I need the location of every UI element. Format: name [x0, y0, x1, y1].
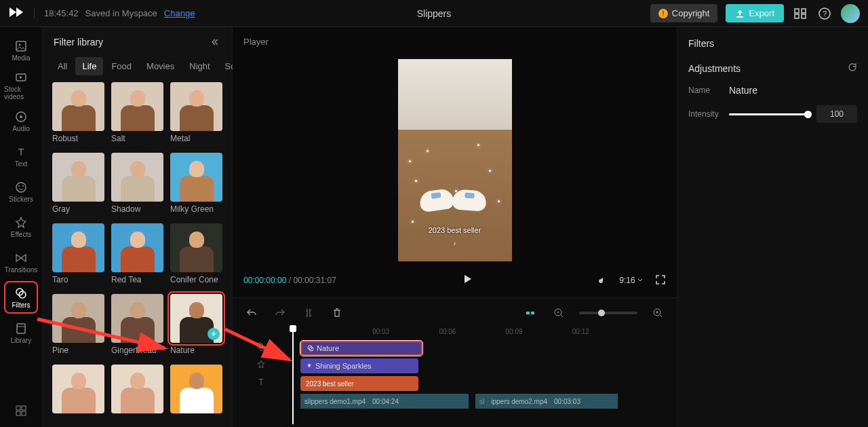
filter-item-gray[interactable]: Gray — [52, 153, 104, 214]
tab-life[interactable]: Life — [75, 57, 103, 75]
filter-item-metal[interactable]: Metal — [170, 82, 222, 143]
filter-item-conifer-cone[interactable]: Conifer Cone — [170, 223, 222, 284]
tab-night[interactable]: Night — [182, 57, 216, 75]
svg-point-8 — [20, 115, 22, 118]
export-button[interactable]: Export — [726, 4, 784, 22]
play-button[interactable] — [461, 273, 473, 288]
timeline-ruler[interactable]: 00:03 00:06 00:09 00:12 — [322, 328, 666, 335]
tab-all[interactable]: All — [51, 57, 74, 75]
upload-icon — [735, 9, 745, 18]
zoom-slider[interactable] — [579, 312, 637, 314]
svg-rect-21 — [531, 312, 534, 314]
svg-rect-4 — [16, 41, 26, 51]
preview-caption: 2023 best seller — [398, 226, 512, 234]
adjustments-header: Adjustments — [688, 63, 741, 74]
clip-video-1[interactable]: slippers demo1.mp400:04:24 — [300, 394, 469, 409]
playhead[interactable] — [292, 329, 294, 424]
save-timestamp: 18:45:42 — [44, 8, 79, 18]
filter-label: Conifer Cone — [170, 275, 222, 284]
svg-text:?: ? — [823, 10, 827, 18]
filter-library-panel: Filter library All Life Food Movies Nigh… — [43, 27, 233, 427]
svg-point-10 — [16, 183, 26, 192]
filter-item-unnamed[interactable] — [170, 365, 222, 416]
top-bar: 18:45:42 Saved in Myspace Change Slipper… — [0, 0, 868, 27]
delete-button[interactable] — [329, 305, 345, 321]
clip-shining-sparkles[interactable]: Shining Sparkles — [300, 358, 418, 373]
reset-icon[interactable] — [848, 62, 857, 74]
filter-grid: Robust Salt Metal — [43, 82, 232, 427]
change-link[interactable]: Change — [164, 8, 195, 18]
split-button[interactable] — [300, 305, 317, 321]
library-title: Filter library — [54, 37, 103, 48]
filter-item-robust[interactable]: Robust — [52, 82, 104, 143]
filter-item-nature[interactable]: + Nature — [170, 294, 222, 355]
tiktok-icon: ♪ — [454, 240, 456, 246]
timecode: 00:00:00:00 / 00:00:31:07 — [243, 276, 336, 285]
sidebar-item-media[interactable]: Media — [4, 34, 38, 67]
filter-label: Robust — [52, 134, 104, 143]
zoom-in-icon[interactable] — [650, 305, 666, 321]
player-panel: Player 2023 best seller ♪ — [233, 27, 677, 298]
add-icon[interactable]: + — [208, 328, 220, 340]
project-title: Slippers — [417, 8, 452, 19]
zoom-out-icon[interactable] — [551, 305, 567, 321]
sidebar-item-library[interactable]: Library — [4, 316, 38, 349]
svg-text:T: T — [18, 147, 24, 157]
properties-title: Filters — [688, 38, 857, 49]
sidebar-item-stickers[interactable]: Stickers — [4, 175, 38, 208]
svg-rect-18 — [16, 411, 20, 415]
intensity-slider[interactable] — [729, 113, 808, 115]
sidebar: Media Stock videos Audio TText Stickers … — [0, 27, 43, 427]
snap-icon[interactable] — [522, 305, 538, 321]
help-icon[interactable]: ? — [816, 5, 833, 22]
filter-item-unnamed[interactable] — [52, 365, 104, 416]
svg-rect-19 — [22, 411, 26, 415]
undo-button[interactable] — [243, 305, 260, 321]
filter-item-milky-green[interactable]: Milky Green — [170, 153, 222, 214]
track-filter-icon — [243, 342, 279, 354]
filter-item-salt[interactable]: Salt — [111, 82, 163, 143]
filter-item-gingerbread[interactable]: Gingerbread — [111, 294, 163, 355]
svg-text:!: ! — [662, 10, 664, 18]
tab-movies[interactable]: Movies — [140, 57, 181, 75]
svg-rect-15 — [17, 324, 25, 333]
sidebar-item-text[interactable]: TText — [4, 140, 38, 172]
svg-text:T: T — [258, 377, 264, 387]
filter-item-taro[interactable]: Taro — [52, 223, 104, 284]
tiktok-toggle-icon[interactable] — [597, 275, 607, 286]
filter-item-shadow[interactable]: Shadow — [111, 153, 163, 214]
filter-label: Gingerbread — [111, 346, 163, 355]
aspect-ratio[interactable]: 9:16 — [619, 276, 643, 285]
track-effect-icon — [243, 360, 279, 372]
tab-food[interactable]: Food — [104, 57, 138, 75]
filter-label: Red Tea — [111, 275, 163, 284]
clip-video-2[interactable]: slippers demo2.mp400:03:03 — [475, 394, 618, 409]
properties-panel: Filters Adjustments Name Nature Intensit… — [677, 27, 868, 427]
sidebar-item-transitions[interactable]: Transitions — [4, 246, 38, 278]
sidebar-item-audio[interactable]: Audio — [4, 105, 38, 137]
save-status: Saved in Myspace — [85, 8, 157, 18]
user-avatar[interactable] — [841, 4, 860, 23]
filter-item-unnamed[interactable] — [111, 365, 163, 416]
sidebar-item-filters[interactable]: Filters — [4, 281, 38, 314]
sidebar-item-effects[interactable]: Effects — [4, 210, 38, 243]
layout-icon[interactable] — [792, 5, 808, 22]
category-tabs: All Life Food Movies Night Sc — [43, 57, 232, 75]
intensity-value[interactable]: 100 — [816, 105, 857, 123]
app-logo — [8, 6, 24, 21]
intensity-label: Intensity — [688, 109, 721, 119]
svg-point-12 — [22, 185, 24, 187]
video-preview[interactable]: 2023 best seller ♪ — [398, 59, 512, 261]
sidebar-item-more[interactable] — [4, 394, 38, 427]
fullscreen-icon[interactable] — [655, 274, 666, 287]
filter-item-red-tea[interactable]: Red Tea — [111, 223, 163, 284]
copyright-button[interactable]: ! Copyright — [650, 4, 718, 22]
collapse-icon[interactable] — [212, 37, 221, 47]
clip-nature[interactable]: Nature — [300, 341, 422, 356]
timeline-panel: 00:03 00:06 00:09 00:12 Nature Shini — [233, 298, 677, 427]
clip-best-seller[interactable]: 2023 best seller — [300, 376, 418, 391]
redo-button[interactable] — [272, 305, 288, 321]
filter-item-pine[interactable]: Pine — [52, 294, 104, 355]
sidebar-item-stock[interactable]: Stock videos — [4, 69, 38, 102]
divider — [34, 8, 35, 19]
